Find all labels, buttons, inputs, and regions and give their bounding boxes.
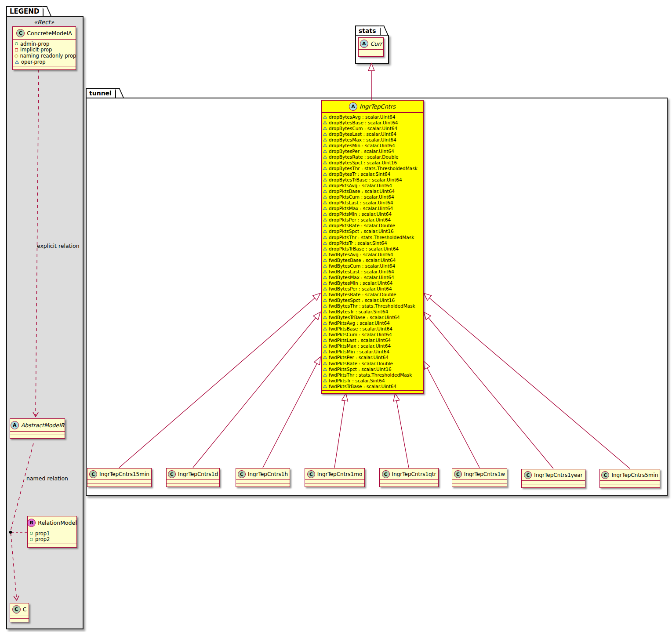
attribute-text: fwdPktsTr : scalar.Sint64 [329,378,385,383]
attribute-text: fwdBytesLast : scalar.Uint64 [329,269,394,274]
legend-prop-label: admin-prop [20,41,49,47]
attribute-text: dropBytesAvg : scalar.Uint64 [329,114,395,120]
attribute-row: dropPktsTr : scalar.Sint64 [323,240,421,246]
oper-triangle-icon [323,178,327,182]
attribute-text: dropPktsRate : scalar.Double [329,223,395,228]
class-empty-compartment [322,390,423,393]
oper-triangle-icon [323,379,327,382]
class-title: R RelationModel [28,516,76,529]
oper-triangle-icon [323,321,327,325]
oper-triangle-icon [323,350,327,353]
oper-triangle-icon [323,241,327,245]
oper-triangle-icon [323,333,327,336]
oper-triangle-icon [323,270,327,273]
class-empty-compartment [236,479,290,483]
class-empty-compartment [522,484,585,487]
attribute-text: dropBytesMin : scalar.Uint64 [329,143,395,148]
oper-triangle-icon [323,253,327,256]
class-name: IngrTepCntrs1mo [317,471,363,477]
legend-prop-row: implicit-prop [15,47,73,53]
class-ingr-tep-cntrs-1w: C IngrTepCntrs1w [452,468,507,487]
attribute-text: fwdPktsCum : scalar.Uint64 [329,332,392,337]
attribute-text: dropBytesMax : scalar.Uint64 [329,137,396,142]
attribute-text: dropPktsMax : scalar.Uint64 [329,206,393,211]
oper-triangle-icon [323,201,327,204]
oper-triangle-icon [323,144,327,147]
oper-triangle-icon [323,212,327,216]
legend-prop-label: oper-prop [21,59,46,65]
oper-triangle-icon [323,362,327,365]
attribute-text: fwdBytesCum : scalar.Uint64 [329,263,395,269]
relation-prop-row: prop2 [30,537,74,543]
class-empty-compartment [10,431,65,435]
class-name: RelationModel [38,519,76,526]
class-title: C IngrTepCntrs1w [452,469,507,479]
attribute-text: fwdBytesThr : stats.ThresholdedMask [329,303,415,309]
legend-prop-label: implicit-prop [20,47,52,53]
relation-spot-icon: R [27,519,36,527]
class-title: C IngrTepCntrs1qtr [380,469,438,479]
class-name: C [23,606,27,613]
oper-triangle-icon [323,195,327,199]
class-attributes: admin-prop implicit-prop naming-readonly… [13,39,76,66]
attribute-text: dropBytesSpct : scalar.Uint16 [329,160,397,165]
attribute-text: fwdPktsLast : scalar.Uint64 [329,338,391,343]
attribute-text: dropBytesTrBase : scalar.Uint64 [329,177,402,182]
attribute-text: dropBytesTr : scalar.Sint64 [329,171,390,177]
legend-prop-label: naming-readonly-prop [20,53,76,59]
class-empty-compartment [600,480,660,484]
oper-triangle-icon [323,293,327,296]
class-title: C IngrTepCntrs1d [167,469,219,479]
attribute-row: fwdBytesRate : scalar.Double [323,291,421,297]
legend-package-tab: LEGEND [6,6,44,16]
oper-triangle-icon [323,172,327,176]
attribute-row: fwdPktsAvg : scalar.Uint64 [323,320,421,326]
class-spot-icon: C [454,470,462,478]
oper-triangle-icon [323,344,327,348]
attribute-row: fwdPktsTrBase : scalar.Uint64 [323,383,421,389]
class-spot-icon: C [307,470,315,478]
attribute-text: dropPktsCum : scalar.Uint64 [329,194,394,200]
class-spot-icon: C [601,471,609,479]
class-concrete-model-a: C ConcreteModelA admin-prop implicit-pro… [12,26,76,70]
class-empty-compartment [600,484,660,487]
admin-prop-circle-icon [15,42,18,45]
attribute-text: fwdBytesTr : scalar.Sint64 [329,309,388,314]
oper-triangle-icon [323,121,327,124]
oper-triangle-icon [323,224,327,227]
attribute-row: fwdBytesMin : scalar.Uint64 [323,280,421,286]
prop-circle-icon [30,538,33,541]
implicit-prop-square-icon [15,48,18,51]
oper-triangle-icon [323,304,327,308]
class-empty-compartment [13,66,76,69]
attribute-text: dropBytesRate : scalar.Double [329,154,399,160]
class-title: C IngrTepCntrs1year [522,469,585,480]
class-empty-compartment [167,479,219,483]
attribute-row: dropPktsAvg : scalar.Uint64 [323,183,421,189]
attribute-row: fwdPktsThr : stats.ThresholdedMask [323,372,421,378]
class-empty-compartment [452,479,507,483]
class-spot-icon: C [12,605,21,614]
attribute-text: fwdBytesAvg : scalar.Uint64 [329,252,393,257]
oper-triangle-icon [323,258,327,262]
attribute-row: dropPktsThr : stats.ThresholdedMask [323,234,421,240]
class-title: C IngrTepCntrs1h [236,469,290,479]
class-name: IngrTepCntrs1d [178,471,218,477]
attribute-row: fwdPktsLast : scalar.Uint64 [323,338,421,343]
oper-triangle-icon [323,281,327,285]
attribute-text: dropPktsThr : stats.ThresholdedMask [329,235,414,240]
uml-class-diagram: { "colors": { "relation_line": "#A80036"… [0,0,672,632]
class-empty-compartment [380,479,438,483]
class-empty-compartment [452,483,507,487]
attribute-text: dropBytesPer : scalar.Uint64 [329,149,394,154]
oper-triangle-icon [323,385,327,388]
class-curr: A Curr [358,37,384,57]
attribute-row: dropPktsCum : scalar.Uint64 [323,194,421,200]
oper-triangle-icon [323,338,327,342]
attribute-text: dropPktsTr : scalar.Sint64 [329,240,387,246]
oper-triangle-icon [323,167,327,170]
attribute-text: fwdBytesSpct : scalar.Uint16 [329,298,395,303]
class-name: IngrTepCntrs1w [464,471,505,477]
attribute-row: fwdPktsBase : scalar.Uint64 [323,326,421,332]
class-empty-compartment [87,483,151,487]
